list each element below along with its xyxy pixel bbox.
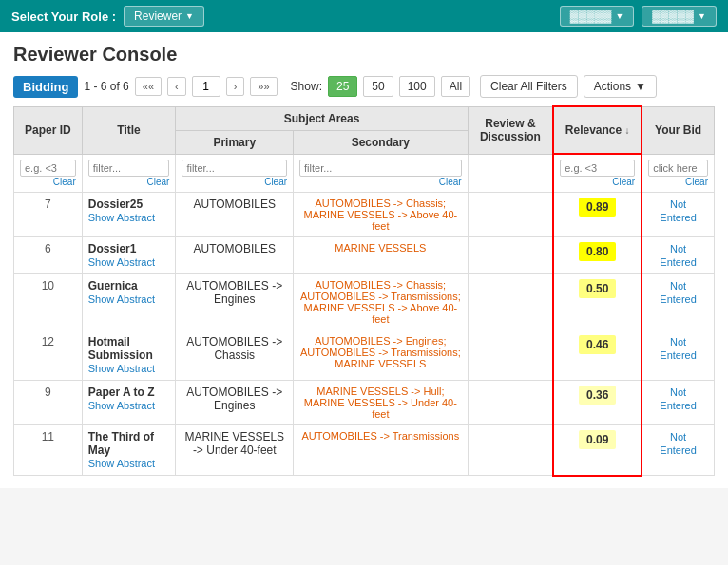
filter-primary-clear[interactable]: Clear bbox=[182, 177, 287, 187]
paper-title: Dossier25 bbox=[88, 198, 170, 211]
paper-title: Hotmail Submission bbox=[88, 335, 170, 362]
bid-cell[interactable]: NotEntered bbox=[642, 274, 714, 330]
show-abstract-link[interactable]: Show Abstract bbox=[88, 256, 155, 268]
page-content: Reviewer Console Bidding 1 - 6 of 6 «« ‹… bbox=[0, 32, 728, 488]
filter-secondary-clear[interactable]: Clear bbox=[299, 177, 462, 187]
review-cell bbox=[468, 274, 553, 330]
page-number-input[interactable] bbox=[192, 76, 220, 97]
show-abstract-link[interactable]: Show Abstract bbox=[88, 363, 155, 374]
filter-paper-id-clear[interactable]: Clear bbox=[20, 177, 76, 187]
relevance-badge: 0.09 bbox=[579, 430, 616, 449]
table-row: 6 Dossier1 Show Abstract AUTOMOBILES MAR… bbox=[14, 237, 715, 274]
filter-relevance-cell[interactable]: Clear bbox=[553, 154, 642, 193]
show-label: Show: bbox=[291, 80, 322, 93]
filter-title-cell[interactable]: Clear bbox=[82, 154, 176, 193]
bid-status[interactable]: NotEntered bbox=[660, 431, 697, 456]
bid-cell[interactable]: NotEntered bbox=[642, 193, 714, 237]
bid-cell[interactable]: NotEntered bbox=[642, 381, 714, 425]
relevance-badge: 0.50 bbox=[579, 279, 616, 298]
filter-review-cell bbox=[468, 154, 553, 193]
show-50-button[interactable]: 50 bbox=[363, 76, 393, 97]
show-abstract-link[interactable]: Show Abstract bbox=[88, 400, 155, 411]
bidding-badge: Bidding bbox=[13, 76, 78, 98]
paper-id-cell: 9 bbox=[14, 381, 83, 425]
bid-status[interactable]: NotEntered bbox=[660, 243, 697, 268]
table-row: 7 Dossier25 Show Abstract AUTOMOBILES AU… bbox=[14, 193, 715, 237]
table-row: 10 Guernica Show Abstract AUTOMOBILES ->… bbox=[14, 274, 715, 330]
filter-paper-id-cell[interactable]: Clear bbox=[14, 154, 83, 193]
show-abstract-link[interactable]: Show Abstract bbox=[88, 212, 155, 223]
relevance-cell: 0.09 bbox=[553, 425, 642, 476]
col-header-title: Title bbox=[82, 106, 176, 154]
filter-primary-input[interactable] bbox=[182, 160, 287, 177]
show-abstract-link[interactable]: Show Abstract bbox=[88, 458, 155, 469]
filter-title-input[interactable] bbox=[88, 160, 170, 177]
filter-bid-input[interactable] bbox=[648, 160, 708, 177]
filter-relevance-input[interactable] bbox=[560, 160, 635, 177]
dropdown3-caret-icon: ▼ bbox=[698, 11, 706, 21]
primary-cell: AUTOMOBILES bbox=[176, 193, 294, 237]
paper-id-cell: 12 bbox=[14, 330, 83, 381]
actions-button[interactable]: Actions ▼ bbox=[584, 75, 657, 98]
nav-next-button[interactable]: › bbox=[226, 77, 245, 96]
show-all-button[interactable]: All bbox=[441, 76, 470, 97]
table-wrapper: Paper ID Title Subject Areas Review & Di… bbox=[13, 105, 715, 477]
secondary-cell: AUTOMOBILES -> Chassis; AUTOMOBILES -> T… bbox=[294, 274, 469, 330]
bid-cell[interactable]: NotEntered bbox=[642, 237, 714, 274]
papers-table: Paper ID Title Subject Areas Review & Di… bbox=[13, 105, 715, 477]
nav-prev-button[interactable]: ‹ bbox=[167, 77, 186, 96]
dropdown2-caret-icon: ▼ bbox=[615, 11, 623, 21]
filter-paper-id-input[interactable] bbox=[20, 160, 76, 177]
paper-id-cell: 10 bbox=[14, 274, 83, 330]
bid-cell[interactable]: NotEntered bbox=[642, 330, 714, 381]
primary-cell: MARINE VESSELS -> Under 40-feet bbox=[176, 425, 294, 476]
select-role-label: Select Your Role : bbox=[11, 9, 116, 24]
show-25-button[interactable]: 25 bbox=[328, 76, 357, 97]
title-cell: Guernica Show Abstract bbox=[82, 274, 176, 330]
relevance-badge: 0.36 bbox=[579, 386, 616, 405]
filter-bid-cell[interactable]: Clear bbox=[642, 154, 714, 193]
primary-cell: AUTOMOBILES -> Chassis bbox=[176, 330, 294, 381]
col-header-relevance[interactable]: Relevance ↓ bbox=[553, 106, 642, 154]
top-nav: Select Your Role : Reviewer ▼ ▓▓▓▓▓ ▼ ▓▓… bbox=[0, 0, 728, 32]
relevance-cell: 0.80 bbox=[553, 237, 642, 274]
title-cell: Dossier1 Show Abstract bbox=[82, 237, 176, 274]
dropdown2[interactable]: ▓▓▓▓▓ ▼ bbox=[560, 6, 635, 27]
bid-status[interactable]: NotEntered bbox=[660, 336, 697, 361]
nav-first-button[interactable]: «« bbox=[135, 77, 162, 96]
filter-primary-cell[interactable]: Clear bbox=[176, 154, 294, 193]
filter-secondary-cell[interactable]: Clear bbox=[294, 154, 469, 193]
toolbar: Bidding 1 - 6 of 6 «« ‹ › »» Show: 25 50… bbox=[13, 75, 715, 98]
review-cell bbox=[468, 237, 553, 274]
primary-cell: AUTOMOBILES -> Engines bbox=[176, 274, 294, 330]
col-header-primary: Primary bbox=[176, 130, 294, 154]
filter-title-clear[interactable]: Clear bbox=[88, 177, 170, 187]
filter-bid-clear[interactable]: Clear bbox=[648, 177, 708, 187]
paper-title: The Third of May bbox=[88, 430, 170, 457]
page-title: Reviewer Console bbox=[13, 44, 715, 66]
clear-filters-button[interactable]: Clear All Filters bbox=[480, 75, 578, 98]
bid-status[interactable]: NotEntered bbox=[660, 386, 697, 411]
col-header-secondary: Secondary bbox=[294, 130, 469, 154]
nav-last-button[interactable]: »» bbox=[250, 77, 277, 96]
dropdown3[interactable]: ▓▓▓▓▓ ▼ bbox=[642, 6, 717, 27]
show-100-button[interactable]: 100 bbox=[399, 76, 435, 97]
relevance-badge: 0.89 bbox=[579, 198, 616, 217]
filter-secondary-input[interactable] bbox=[299, 160, 462, 177]
bid-cell[interactable]: NotEntered bbox=[642, 425, 714, 476]
right-dropdowns: ▓▓▓▓▓ ▼ ▓▓▓▓▓ ▼ bbox=[560, 6, 717, 27]
relevance-cell: 0.36 bbox=[553, 381, 642, 425]
paper-id-cell: 6 bbox=[14, 237, 83, 274]
filter-relevance-clear[interactable]: Clear bbox=[560, 177, 635, 187]
paper-id-cell: 11 bbox=[14, 425, 83, 476]
bid-status[interactable]: NotEntered bbox=[660, 198, 697, 223]
title-cell: Dossier25 Show Abstract bbox=[82, 193, 176, 237]
relevance-cell: 0.50 bbox=[553, 274, 642, 330]
role-caret-icon: ▼ bbox=[185, 11, 194, 21]
bid-status[interactable]: NotEntered bbox=[660, 280, 697, 305]
table-row: 11 The Third of May Show Abstract MARINE… bbox=[14, 425, 715, 476]
role-dropdown[interactable]: Reviewer ▼ bbox=[124, 6, 204, 27]
show-abstract-link[interactable]: Show Abstract bbox=[88, 293, 155, 305]
actions-caret-icon: ▼ bbox=[635, 80, 646, 93]
primary-cell: AUTOMOBILES bbox=[176, 237, 294, 274]
